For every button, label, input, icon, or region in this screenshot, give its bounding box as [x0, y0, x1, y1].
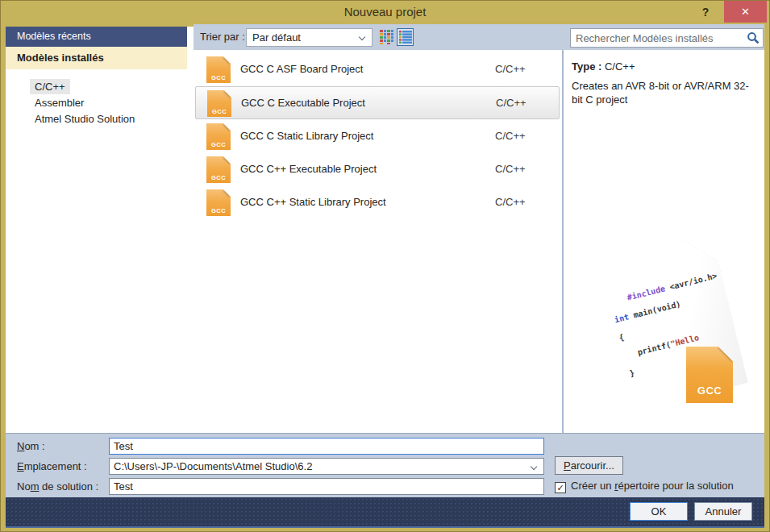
template-row-gcc-c-executable[interactable]: GCC GCC C Executable Project C/C++ — [195, 86, 560, 119]
browse-button[interactable]: Parcourir... — [555, 456, 623, 475]
sidebar-splitter — [187, 27, 194, 433]
list-toolbar: Trier par : Par défaut — [194, 24, 764, 50]
list-view-icon — [399, 31, 412, 44]
template-type: C/C++ — [495, 130, 526, 142]
sidebar-installed-header[interactable]: Modèles installés — [6, 47, 187, 69]
list-view-button[interactable] — [397, 28, 414, 46]
folded-corner-icon — [683, 232, 718, 268]
gcc-logo-icon: GCC — [686, 347, 733, 403]
template-row-gcc-c-static-library[interactable]: GCC GCC C Static Library Project C/C++ — [195, 120, 560, 153]
folded-corner-icon — [223, 156, 231, 164]
sidebar-item-assembler[interactable]: Assembler — [30, 95, 89, 110]
location-dropdown[interactable]: C:\Users\-JP-\Documents\Atmel Studio\6.2 — [109, 458, 544, 475]
gcc-document-icon: GCC — [206, 123, 231, 150]
sort-by-value: Par défaut — [252, 31, 301, 44]
sort-by-dropdown[interactable]: Par défaut — [246, 28, 373, 47]
template-category-sidebar: Modèles récents Modèles installés C/C++ … — [6, 27, 187, 433]
sidebar-item-cpp[interactable]: C/C++ — [30, 79, 70, 94]
template-row-gcc-c-asf-board[interactable]: GCC GCC C ASF Board Project C/C++ — [195, 53, 560, 86]
gcc-document-icon: GCC — [206, 156, 231, 183]
gcc-document-icon: GCC — [206, 56, 231, 83]
template-name: GCC C Static Library Project — [240, 130, 373, 142]
template-name: GCC C++ Executable Project — [240, 163, 377, 175]
help-button[interactable]: ? — [696, 2, 715, 22]
template-description: Creates an AVR 8-bit or AVR/ARM 32-bit C… — [564, 73, 764, 106]
location-label: Emplacement : — [17, 460, 87, 472]
small-icons-view-button[interactable] — [378, 28, 395, 46]
dialog-content: Modèles récents Modèles installés C/C++ … — [6, 24, 764, 528]
template-row-gcc-cpp-static-library[interactable]: GCC GCC C++ Static Library Project C/C++ — [195, 186, 560, 219]
folded-corner-icon — [223, 123, 231, 131]
folded-corner-icon — [223, 56, 231, 64]
template-name: GCC C ASF Board Project — [240, 63, 363, 75]
sidebar-recent-header[interactable]: Modèles récents — [6, 27, 187, 47]
folded-corner-icon — [224, 90, 231, 98]
sort-by-label: Trier par : — [200, 31, 245, 43]
location-value: C:\Users\-JP-\Documents\Atmel Studio\6.2 — [114, 460, 312, 472]
template-type: C/C++ — [495, 163, 526, 175]
chevron-down-icon — [359, 34, 365, 40]
sidebar-item-atmel-solution[interactable]: Atmel Studio Solution — [30, 111, 139, 127]
dialog-title: Nouveau projet — [0, 0, 770, 24]
folded-corner-icon — [223, 189, 231, 197]
template-type: C/C++ — [496, 97, 527, 109]
gcc-document-icon: GCC — [207, 90, 231, 117]
template-type: C/C++ — [495, 63, 526, 75]
template-list: GCC GCC C ASF Board Project C/C++ GCC GC… — [194, 50, 562, 433]
template-name: GCC C Executable Project — [241, 97, 365, 109]
type-value: C/C++ — [605, 60, 635, 73]
cancel-button[interactable]: Annuler — [694, 502, 752, 521]
titlebar[interactable]: Nouveau projet ? ✕ — [0, 0, 770, 24]
checkbox-checked-icon[interactable]: ✓ — [555, 482, 566, 493]
name-label: Nom : — [17, 440, 45, 452]
type-label: Type : — [572, 60, 601, 73]
new-project-dialog: Nouveau projet ? ✕ Modèles récents Modèl… — [0, 0, 770, 532]
gcc-document-icon: GCC — [206, 189, 231, 216]
create-directory-checkbox-row[interactable]: ✓Créer un répertoire pour la solution — [555, 480, 734, 493]
ok-button[interactable]: OK — [630, 502, 688, 521]
template-type: C/C++ — [495, 196, 526, 208]
template-row-gcc-cpp-executable[interactable]: GCC GCC C++ Executable Project C/C++ — [195, 153, 560, 186]
search-input[interactable] — [576, 30, 741, 46]
template-details-panel: Type : C/C++ Creates an AVR 8-bit or AVR… — [564, 50, 764, 433]
search-box — [570, 28, 764, 48]
solution-name-input[interactable] — [109, 478, 544, 495]
solution-name-label: Nom de solution : — [17, 480, 98, 493]
project-form: Nom : Emplacement : C:\Users\-JP-\Docume… — [6, 433, 764, 497]
project-name-input[interactable] — [109, 438, 544, 455]
search-icon[interactable] — [747, 31, 760, 44]
dialog-footer: OK Annuler — [6, 497, 764, 528]
small-icons-view-icon — [380, 30, 393, 44]
close-button[interactable]: ✕ — [724, 1, 767, 23]
chevron-down-icon — [531, 463, 537, 470]
template-name: GCC C++ Static Library Project — [240, 196, 386, 208]
create-directory-label: Créer un répertoire pour la solution — [571, 480, 734, 492]
